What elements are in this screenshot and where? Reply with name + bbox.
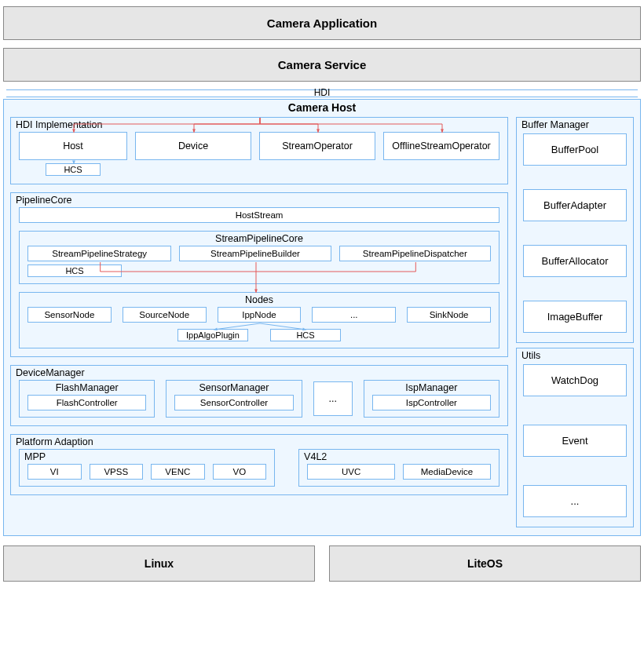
nodes-group: Nodes SensorNode SourceNode IppNode ... … xyxy=(19,292,499,348)
pipeline-core-group: PipelineCore HostStream StreamPipelineCo… xyxy=(10,192,508,357)
offline-stream-operator-item: OfflineStreamOperator xyxy=(383,132,499,160)
watchdog-item: WatchDog xyxy=(523,364,627,396)
isp-controller-item: IspController xyxy=(372,395,491,410)
camera-application-box: Camera Application xyxy=(3,6,641,40)
ipp-node-item: IppNode xyxy=(218,307,302,323)
dots-node-item: ... xyxy=(312,307,396,323)
sensor-node-item: SensorNode xyxy=(27,307,112,323)
utils-dots-item: ... xyxy=(523,485,627,517)
camera-service-box: Camera Service xyxy=(3,48,641,82)
spc-hcs-item: HCS xyxy=(27,265,122,277)
hdi-implementation-group: HDI Implementation Host HCS Device Strea… xyxy=(10,117,508,184)
buffer-adapter-item: BufferAdapter xyxy=(523,189,627,221)
flash-manager-label: FlashManager xyxy=(20,382,154,393)
buffer-allocator-item: BufferAllocator xyxy=(523,245,627,277)
venc-item: VENC xyxy=(151,464,205,480)
media-device-item: MediaDevice xyxy=(403,464,491,480)
v4l2-group: V4L2 UVC MediaDevice xyxy=(298,449,499,487)
sensor-manager-group: SensorManager SensorController xyxy=(166,380,302,418)
buffer-pool-item: BufferPool xyxy=(523,133,627,166)
mpp-label: MPP xyxy=(24,451,46,462)
nodes-label: Nodes xyxy=(20,294,499,305)
hcs-item: HCS xyxy=(46,163,101,176)
device-manager-label: DeviceManager xyxy=(16,367,85,378)
stream-pipeline-dispatcher-item: StreamPipelineDispatcher xyxy=(339,246,491,261)
buffer-manager-group: Buffer Manager BufferPool BufferAdapter … xyxy=(516,117,634,343)
isp-manager-label: IspManager xyxy=(364,382,499,393)
flash-manager-group: FlashManager FlashController xyxy=(19,380,155,418)
device-item: Device xyxy=(135,132,251,160)
event-item: Event xyxy=(523,425,627,457)
host-stream-item: HostStream xyxy=(19,207,499,223)
platform-adaption-group: Platform Adaption MPP VI VPSS VENC VO V4… xyxy=(10,434,508,495)
vpss-item: VPSS xyxy=(90,464,144,480)
isp-manager-group: IspManager IspController xyxy=(364,380,499,418)
vi-item: VI xyxy=(27,464,82,480)
stream-pipeline-core-group: StreamPipelineCore StreamPipelineStrateg… xyxy=(19,231,499,284)
camera-host-container: Camera Host HDI Implementation Host HCS … xyxy=(3,99,641,536)
liteos-box: LiteOS xyxy=(329,545,641,582)
ipp-algo-plugin-item: IppAlgoPlugin xyxy=(177,329,248,341)
sensor-controller-item: SensorController xyxy=(174,395,293,410)
image-buffer-item: ImageBuffer xyxy=(523,301,627,333)
device-manager-group: DeviceManager FlashManager FlashControll… xyxy=(10,365,508,426)
source-node-item: SourceNode xyxy=(123,307,207,323)
utils-group: Utils WatchDog Event ... xyxy=(516,348,634,527)
uvc-item: UVC xyxy=(307,464,395,480)
utils-label: Utils xyxy=(521,350,540,361)
stream-operator-item: StreamOperator xyxy=(259,132,375,160)
stream-pipeline-builder-item: StreamPipelineBuilder xyxy=(179,246,331,261)
hdi-label: HDI xyxy=(3,87,641,98)
linux-box: Linux xyxy=(3,545,315,582)
nodes-hcs-item: HCS xyxy=(270,329,341,341)
stream-pipeline-core-label: StreamPipelineCore xyxy=(20,233,499,244)
v4l2-label: V4L2 xyxy=(304,451,327,462)
flash-controller-item: FlashController xyxy=(27,395,146,410)
sink-node-item: SinkNode xyxy=(407,307,491,323)
stream-pipeline-strategy-item: StreamPipelineStrategy xyxy=(27,246,171,261)
mpp-group: MPP VI VPSS VENC VO xyxy=(19,449,275,487)
pipeline-core-label: PipelineCore xyxy=(16,195,72,206)
vo-item: VO xyxy=(213,464,267,480)
buffer-manager-label: Buffer Manager xyxy=(521,119,589,130)
sensor-manager-label: SensorManager xyxy=(166,382,301,393)
host-item: Host xyxy=(19,132,127,160)
device-manager-dots-item: ... xyxy=(313,381,353,416)
camera-host-title: Camera Host xyxy=(10,100,634,117)
hdi-impl-label: HDI Implementation xyxy=(16,119,102,130)
platform-adaption-label: Platform Adaption xyxy=(16,436,93,447)
